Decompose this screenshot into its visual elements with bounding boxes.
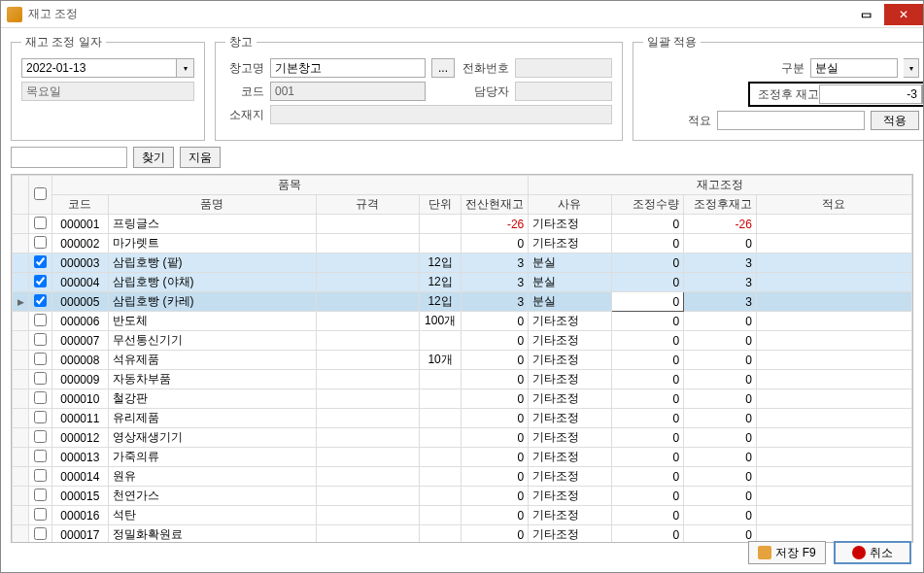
cell-after[interactable]: 0 [684,448,757,467]
cell-spec[interactable] [316,428,420,448]
cell-code[interactable]: 000006 [51,312,109,331]
cell-name[interactable]: 삼립호빵 (팥) [109,253,316,273]
cell-stock[interactable]: 0 [461,370,528,389]
cell-reason[interactable]: 분실 [529,292,611,312]
cell-qty[interactable]: 0 [611,234,684,253]
table-row[interactable]: 000012영상재생기기0기타조정00 [13,428,912,448]
wh-lookup-button[interactable]: ... [431,58,455,78]
save-button[interactable]: 저장 F9 [748,541,826,564]
cell-code[interactable]: 000012 [51,428,109,448]
table-row[interactable]: 000010철강판0기타조정00 [13,389,912,409]
cell-name[interactable]: 유리제품 [109,409,316,428]
row-checkbox[interactable] [29,525,51,544]
cell-stock[interactable]: -26 [461,215,528,234]
cell-after[interactable]: 0 [684,467,757,487]
cell-name[interactable]: 정밀화확원료 [109,525,316,544]
cell-unit[interactable] [420,467,462,487]
close-button[interactable]: ✕ [884,4,923,25]
cell-name[interactable]: 천연가스 [109,487,316,506]
table-row[interactable]: 000001프링글스-26기타조정0-26 [13,215,912,234]
table-row[interactable]: 000004삼립호빵 (야채)12입3분실03 [13,273,912,292]
row-checkbox[interactable] [29,409,51,428]
cell-qty[interactable]: 0 [611,506,684,525]
cell-after[interactable]: 3 [684,253,757,273]
cell-reason[interactable]: 분실 [529,253,611,273]
cell-spec[interactable] [316,215,420,234]
cell-code[interactable]: 000007 [51,331,109,351]
cell-spec[interactable] [316,448,420,467]
cell-reason[interactable]: 기타조정 [529,506,611,525]
row-checkbox[interactable] [29,253,51,273]
cell-desc[interactable] [756,506,911,525]
cell-stock[interactable]: 0 [461,467,528,487]
maximize-button[interactable]: ▭ [851,4,880,25]
table-row[interactable]: 000008석유제품10개0기타조정00 [13,351,912,370]
row-checkbox[interactable] [29,351,51,370]
cell-spec[interactable] [316,312,420,331]
cell-qty[interactable]: 0 [611,351,684,370]
cell-name[interactable]: 자동차부품 [109,370,316,389]
cell-qty[interactable]: 0 [611,428,684,448]
row-checkbox[interactable] [29,389,51,409]
cell-unit[interactable]: 100개 [420,312,462,331]
cell-qty[interactable]: 0 [611,273,684,292]
cell-qty[interactable]: 0 [611,487,684,506]
bulk-type-select[interactable] [810,58,898,78]
cell-desc[interactable] [756,370,911,389]
cell-code[interactable]: 000002 [51,234,109,253]
cell-code[interactable]: 000017 [51,525,109,544]
cell-after[interactable]: 0 [684,506,757,525]
cell-qty[interactable]: 0 [611,389,684,409]
cell-stock[interactable]: 0 [461,389,528,409]
select-all-checkbox-header[interactable] [29,176,51,215]
cell-after[interactable]: 0 [684,351,757,370]
cell-name[interactable]: 프링글스 [109,215,316,234]
cell-unit[interactable]: 12입 [420,273,462,292]
cell-desc[interactable] [756,428,911,448]
cell-reason[interactable]: 기타조정 [529,389,611,409]
cell-desc[interactable] [756,215,911,234]
cell-code[interactable]: 000004 [51,273,109,292]
cell-reason[interactable]: 기타조정 [529,467,611,487]
cell-reason[interactable]: 기타조정 [529,312,611,331]
cell-unit[interactable] [420,506,462,525]
cell-unit[interactable] [420,389,462,409]
cell-stock[interactable]: 0 [461,409,528,428]
cell-after[interactable]: 0 [684,487,757,506]
cell-code[interactable]: 000011 [51,409,109,428]
table-row[interactable]: 000014원유0기타조정00 [13,467,912,487]
date-dropdown-icon[interactable]: ▾ [177,58,194,78]
row-checkbox[interactable] [29,506,51,525]
chevron-down-icon[interactable]: ▾ [904,58,919,78]
cell-reason[interactable]: 기타조정 [529,428,611,448]
cell-qty[interactable]: 0 [611,409,684,428]
cell-desc[interactable] [756,467,911,487]
row-checkbox[interactable] [29,234,51,253]
cell-reason[interactable]: 기타조정 [529,234,611,253]
cell-reason[interactable]: 기타조정 [529,370,611,389]
cell-desc[interactable] [756,389,911,409]
cell-stock[interactable]: 0 [461,506,528,525]
search-input[interactable] [11,147,127,168]
cell-code[interactable]: 000013 [51,448,109,467]
cell-reason[interactable]: 기타조정 [529,331,611,351]
cell-reason[interactable]: 기타조정 [529,525,611,544]
cell-spec[interactable] [316,525,420,544]
cell-unit[interactable]: 10개 [420,351,462,370]
cell-spec[interactable] [316,506,420,525]
bulk-desc-input[interactable] [717,111,865,130]
cell-unit[interactable] [420,428,462,448]
table-row[interactable]: 000007무선통신기기0기타조정00 [13,331,912,351]
cell-after[interactable]: -26 [684,215,757,234]
cell-unit[interactable] [420,370,462,389]
cell-name[interactable]: 원유 [109,467,316,487]
row-checkbox[interactable] [29,292,51,312]
cell-reason[interactable]: 분실 [529,273,611,292]
cell-qty[interactable]: 0 [611,448,684,467]
cell-reason[interactable]: 기타조정 [529,215,611,234]
spec-header[interactable]: 규격 [316,195,420,215]
row-checkbox[interactable] [29,448,51,467]
cell-after[interactable]: 3 [684,292,757,312]
table-row[interactable]: ▶000005삼립호빵 (카레)12입3분실03 [13,292,912,312]
cell-desc[interactable] [756,448,911,467]
